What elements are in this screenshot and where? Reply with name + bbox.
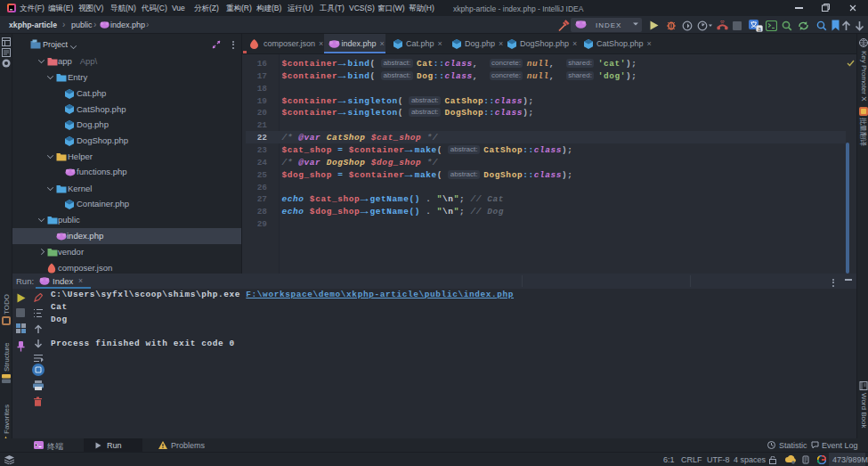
svg-text:a: a	[758, 26, 761, 32]
